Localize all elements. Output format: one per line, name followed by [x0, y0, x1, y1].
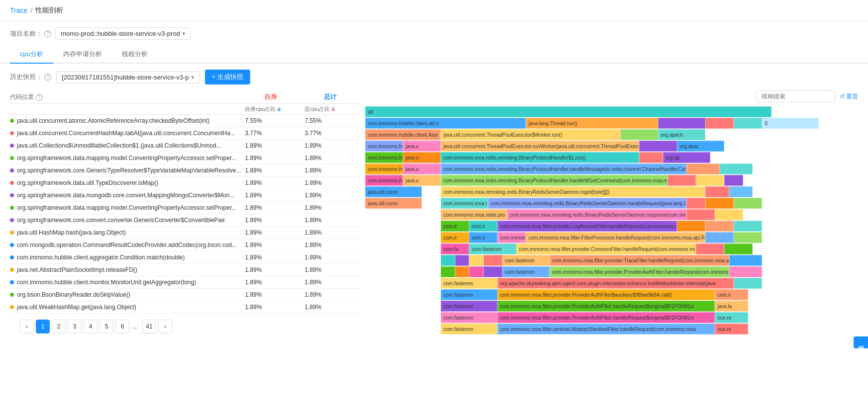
- flame-block[interactable]: org.apac: [677, 141, 724, 152]
- flame-block[interactable]: [455, 255, 470, 266]
- flame-container[interactable]: allcom.immomo.hubble.client.util.sjava.l…: [365, 106, 858, 335]
- table-row[interactable]: java.util.WeakHashMap.get(java.lang.Obje…: [10, 301, 360, 314]
- flame-block[interactable]: com.immomo.moa.filter.FilterProcessor.ha…: [526, 232, 705, 243]
- flame-block[interactable]: [729, 266, 763, 277]
- flame-block[interactable]: [696, 244, 724, 254]
- flame-block[interactable]: com.immomo.moa.redis.remoting.BinaryProt…: [441, 175, 668, 186]
- table-row[interactable]: java.util.concurrent.ConcurrentHashMap.t…: [10, 127, 360, 140]
- flame-block[interactable]: com.ir: [469, 221, 497, 232]
- flame-block[interactable]: java.la: [715, 301, 748, 312]
- pagination-page-3[interactable]: 3: [68, 320, 82, 333]
- flame-block[interactable]: [724, 244, 753, 254]
- flame-block[interactable]: com.immomo.moa.filter.provider.ProviderA…: [497, 289, 715, 300]
- flame-block[interactable]: [705, 118, 734, 129]
- flame-block[interactable]: com.immomo.moa.filter.provider.CommonFil…: [516, 244, 696, 254]
- pagination-page-2[interactable]: 2: [52, 320, 66, 333]
- history-info-icon[interactable]: ?: [44, 74, 51, 81]
- flame-block[interactable]: [705, 232, 734, 243]
- flame-block[interactable]: com.immomo.moa.filter.provider.ProviderA…: [550, 266, 729, 277]
- flame-reset-button[interactable]: ↺ 重置: [840, 92, 858, 101]
- pagination-next-button[interactable]: ›: [158, 320, 172, 333]
- tab-thread[interactable]: 线程分析: [112, 46, 158, 64]
- project-selector[interactable]: momo-prod::hubble-store-service-v3-prod …: [55, 27, 191, 40]
- table-row[interactable]: org.bson.BsonBinaryReader.doSkipValue() …: [10, 289, 360, 301]
- flame-block[interactable]: com.immomo.hubble.client.Asyr: [365, 129, 441, 140]
- flame-block[interactable]: [677, 221, 705, 232]
- flame-block[interactable]: java.u: [403, 175, 441, 186]
- feedback-button[interactable]: 问题反馈: [854, 336, 868, 339]
- flame-block[interactable]: com.fasterxm: [502, 266, 550, 277]
- flame-block[interactable]: [639, 141, 677, 152]
- table-row[interactable]: org.springframework.data.mongodb.core.co…: [10, 189, 360, 202]
- table-row[interactable]: java.util.HashMap.hash(java.lang.Object)…: [10, 227, 360, 239]
- flame-block[interactable]: [729, 186, 753, 197]
- flame-block[interactable]: [734, 198, 762, 209]
- table-row[interactable]: java.net.AbstractPlainSocketImpl.release…: [10, 264, 360, 276]
- flame-block[interactable]: [686, 163, 720, 174]
- flame-block[interactable]: [705, 221, 734, 232]
- table-row[interactable]: com.immomo.hubble.client.monitor.Monitor…: [10, 276, 360, 289]
- pagination-prev-button[interactable]: ‹: [20, 320, 34, 333]
- flame-block[interactable]: [705, 198, 734, 209]
- flame-block[interactable]: com.fasterxm: [502, 255, 550, 266]
- tab-memory[interactable]: 内存申请分析: [53, 46, 112, 64]
- flame-block[interactable]: com.immomo.moa.filter.provider.TraceFilt…: [550, 255, 729, 266]
- flame-block[interactable]: com.immomo.moa.redis.remoting.BinaryProt…: [441, 152, 639, 163]
- col-code-info-icon[interactable]: ?: [36, 94, 43, 101]
- flame-block[interactable]: com.immomo.hut: [365, 163, 403, 174]
- table-row[interactable]: org.springframework.data.mapping.model.C…: [10, 152, 360, 164]
- flame-block[interactable]: [724, 175, 743, 186]
- flame-block[interactable]: [734, 278, 762, 289]
- flame-block[interactable]: [705, 186, 729, 197]
- flame-block[interactable]: [734, 221, 762, 232]
- flame-block[interactable]: java.util.concurrent.ThreadPoolExecutor.…: [441, 141, 639, 152]
- flame-block[interactable]: com.fasterxm: [441, 289, 497, 300]
- flame-block[interactable]: java.u: [403, 152, 441, 163]
- flame-block[interactable]: com.immomo.moa.remoting.redis.BinaryRedi…: [488, 198, 686, 209]
- flame-block[interactable]: com.fasterxm: [469, 244, 516, 254]
- flame-block[interactable]: [620, 129, 658, 140]
- flame-block[interactable]: com.immomo.moa.filter.provider.ProviderA…: [497, 301, 715, 312]
- flame-block[interactable]: java.u: [403, 163, 441, 174]
- flame-block[interactable]: [658, 118, 705, 129]
- flame-block[interactable]: com.immomo.hubble: [365, 141, 403, 152]
- flame-block[interactable]: org.apach: [658, 129, 705, 140]
- table-row[interactable]: org.springframework.data.util.TypeDiscov…: [10, 177, 360, 189]
- flame-block[interactable]: com.fa: [441, 244, 469, 254]
- flame-block[interactable]: com.fasterxm: [441, 278, 497, 289]
- table-row[interactable]: com.immomo.hubble.client.aggregator.Cond…: [10, 251, 360, 264]
- flame-block[interactable]: com.fasterxm: [441, 301, 497, 312]
- flame-block[interactable]: sun.re: [715, 312, 748, 323]
- flame-block[interactable]: [720, 163, 753, 174]
- table-row[interactable]: java.util.Collections$UnmodifiableCollec…: [10, 140, 360, 152]
- tab-cpu[interactable]: cpu分析: [10, 46, 53, 64]
- generate-snapshot-button[interactable]: + 生成快照: [205, 70, 250, 84]
- flame-block[interactable]: com.ir: [441, 232, 469, 243]
- flame-block[interactable]: java.util.concr: [365, 198, 422, 209]
- pagination-page-6[interactable]: 6: [115, 320, 129, 333]
- history-selector[interactable]: [20230917181551]hubble-store-service-v3-…: [56, 71, 200, 83]
- flame-block[interactable]: 0: [762, 118, 819, 129]
- flame-block[interactable]: [639, 152, 663, 163]
- flame-block[interactable]: java.u: [403, 141, 441, 152]
- flame-block[interactable]: com.fasterxm: [441, 312, 497, 323]
- flame-block[interactable]: com.fasterxm: [441, 324, 497, 334]
- flame-block[interactable]: com.immomo.moa.redis.remoting.BinaryProt…: [441, 163, 686, 174]
- pagination-page-4[interactable]: 4: [84, 320, 97, 333]
- flame-block[interactable]: org.apache.skywalking.apm.agent.core.plu…: [497, 278, 734, 289]
- flame-block[interactable]: sun.re: [715, 324, 748, 334]
- project-info-icon[interactable]: ?: [44, 30, 51, 37]
- table-row[interactable]: org.springframework.core.convert.convert…: [10, 214, 360, 227]
- flame-block[interactable]: [686, 198, 705, 209]
- flame-block[interactable]: [455, 266, 470, 277]
- flame-block[interactable]: com.ir: [469, 232, 497, 243]
- flame-block[interactable]: com.immomo.moa.remoting: [441, 198, 488, 209]
- flame-block[interactable]: [441, 255, 455, 266]
- flame-block[interactable]: com.immomo.moa.filter.provider.ProviderA…: [497, 312, 715, 323]
- flame-block[interactable]: com.ir: [441, 221, 469, 232]
- table-row[interactable]: org.springframework.data.mapping.model.C…: [10, 202, 360, 214]
- trace-link[interactable]: Trace: [10, 6, 27, 14]
- flame-block[interactable]: [469, 266, 483, 277]
- total-cpu-sort-icon[interactable]: [331, 107, 335, 111]
- flame-block[interactable]: java.util.concurrent.ThreadPoolExecutor$…: [441, 129, 620, 140]
